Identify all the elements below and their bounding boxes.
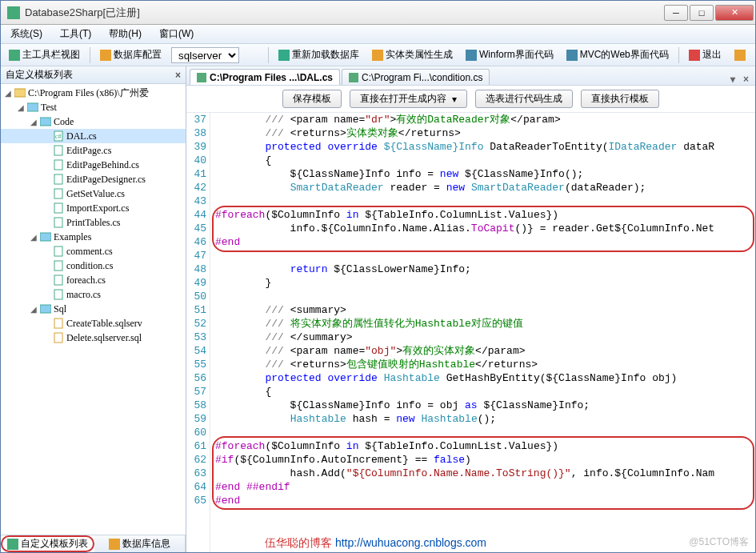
menu-window[interactable]: 窗口(W) [156,26,197,42]
menu-tools[interactable]: 工具(T) [57,26,94,42]
toolbar-main-view[interactable]: 主工具栏视图 [6,46,83,63]
tree-item[interactable]: PrintTables.cs [1,215,186,230]
tree-item[interactable]: EditPageBehind.cs [1,158,186,172]
db-select[interactable]: sqlserver [171,47,239,63]
tree-item[interactable]: EditPageDesigner.cs [1,172,186,186]
run-template-button[interactable]: 直接执行模板 [581,90,659,108]
tree-item[interactable]: CreateTable.sqlserv [1,316,186,331]
footer-credit: 伍华聪的博客 http://wuhuacong.cnblogs.com [265,536,486,551]
svg-rect-18 [54,333,62,343]
titlebar: Database2Sharp[已注册] ─ □ ✕ [1,1,755,25]
svg-rect-2 [40,118,51,126]
svg-rect-11 [40,233,51,241]
tree-item[interactable]: Delete.sqlserver.sql [1,331,186,345]
toolbar: 主工具栏视图 数据库配置 sqlserver 重新加载数据库 实体类属性生成 W… [1,44,755,66]
menu-system[interactable]: 系统(S) [7,26,46,42]
menu-help[interactable]: 帮助(H) [106,26,145,42]
tree-folder-code[interactable]: ◢Code [1,114,186,129]
editor-area: C:\Program Files ...\DAL.cs C:\Program F… [186,66,755,552]
sidebar-tab-templates[interactable]: 自定义模板列表 [1,535,94,552]
svg-rect-15 [54,290,62,299]
tree-item[interactable]: foreach.cs [1,273,186,287]
svg-rect-8 [54,189,62,198]
svg-rect-6 [54,160,62,170]
tree-item[interactable]: comment.cs [1,244,186,258]
close-button[interactable]: ✕ [715,5,754,21]
minimize-button[interactable]: ─ [664,5,688,21]
svg-rect-17 [54,319,62,328]
app-window: Database2Sharp[已注册] ─ □ ✕ 系统(S) 工具(T) 帮助… [0,0,756,553]
line-gutter: 3738394041424344454647484950515253545556… [186,113,210,552]
tree-item[interactable]: ImportExport.cs [1,201,186,215]
svg-rect-1 [27,103,38,111]
svg-rect-14 [54,275,62,285]
toolbar-exit[interactable]: 退出 [686,46,725,63]
tree-folder-test[interactable]: ◢Test [1,100,186,114]
toolbar-db-config[interactable]: 数据库配置 [97,46,165,63]
editor-tabs: C:\Program Files ...\DAL.cs C:\Program F… [186,66,755,86]
tab-condition[interactable]: C:\Program Fi...\condition.cs [342,69,490,85]
file-tree: ◢C:\Program Files (x86)\广州爱 ◢Test ◢Code … [1,84,186,535]
svg-rect-10 [54,218,62,227]
sidebar-tab-dbinfo[interactable]: 数据库信息 [94,535,186,552]
svg-rect-0 [14,89,26,97]
app-icon [7,6,20,19]
tree-item[interactable]: condition.cs [1,258,186,273]
svg-text:c#: c# [55,133,62,140]
svg-rect-16 [40,305,51,313]
tree-folder-sql[interactable]: ◢Sql [1,302,186,316]
tree-folder-examples[interactable]: ◢Examples [1,230,186,244]
tree-item-dal[interactable]: c#DAL.cs [1,129,186,143]
gen-inline-button[interactable]: 直接在打开生成内容 ▾ [350,90,467,108]
window-title: Database2Sharp[已注册] [25,6,662,20]
tab-close-icon[interactable]: × [740,74,752,85]
toolbar-entity-gen[interactable]: 实体类属性生成 [369,46,456,63]
toolbar-winform-code[interactable]: Winform界面代码 [462,46,557,63]
svg-rect-7 [54,174,62,184]
sidebar-close-icon[interactable]: × [175,70,181,81]
tree-item[interactable]: GetSetValue.cs [1,186,186,201]
code-editor[interactable]: 3738394041424344454647484950515253545556… [186,113,755,552]
tree-item[interactable]: macro.cs [1,287,186,302]
sidebar: 自定义模板列表 × ◢C:\Program Files (x86)\广州爱 ◢T… [1,66,186,552]
toolbar-mvc-code[interactable]: MVC的Web界面代码 [563,46,672,63]
editor-toolbar: 保存模板 直接在打开生成内容 ▾ 选表进行代码生成 直接执行模板 [186,86,755,113]
sidebar-header: 自定义模板列表 × [1,66,186,84]
tree-root[interactable]: ◢C:\Program Files (x86)\广州爱 [1,86,186,100]
tab-dal[interactable]: C:\Program Files ...\DAL.cs [190,69,340,85]
toolbar-more-icon[interactable] [731,48,749,62]
tab-dropdown-icon[interactable]: ▾ [727,74,738,85]
toolbar-reload-db[interactable]: 重新加载数据库 [275,46,362,63]
footer-link[interactable]: http://wuhuacong.cnblogs.com [335,536,486,549]
save-template-button[interactable]: 保存模板 [282,90,342,108]
svg-rect-9 [54,203,62,213]
select-table-button[interactable]: 选表进行代码生成 [475,90,573,108]
svg-rect-5 [54,146,62,155]
menubar: 系统(S) 工具(T) 帮助(H) 窗口(W) [1,25,755,44]
svg-rect-12 [54,246,62,256]
sidebar-title: 自定义模板列表 [6,68,73,82]
watermark: @51CTO博客 [689,535,749,549]
maximize-button[interactable]: □ [690,5,714,21]
svg-rect-13 [54,261,62,270]
code-content[interactable]: /// <param name="dr">有效的DataReader对象</pa… [210,113,755,552]
tree-item[interactable]: EditPage.cs [1,143,186,158]
